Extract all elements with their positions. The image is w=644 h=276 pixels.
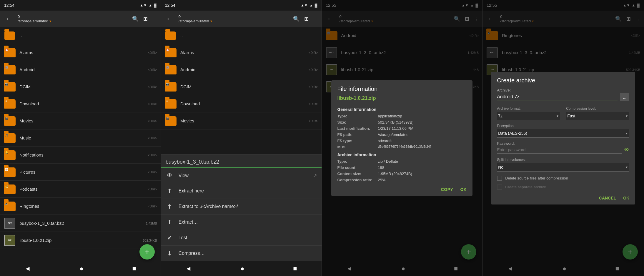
dialog-title-3: File information [331,80,472,95]
dir-tag-music-1: <DIR> [148,136,157,140]
ca-split-select[interactable]: No 100MB 700MB [497,163,629,172]
search-icon-2[interactable]: 🔍 [293,16,299,22]
battery-icon-2: ▓ [315,3,317,7]
dir-tag-download-1: <DIR> [148,102,157,106]
grid-icon-2[interactable]: ⊞ [304,16,309,22]
context-menu-item-compress[interactable]: ⬇ Compress… [161,246,322,261]
status-bar-1: 12:54 ▲▼ ▲ ▓ [0,0,161,11]
extract-here-icon: ⬆ [166,187,174,194]
file-item-alarms-1[interactable]: ⏰ Alarms <DIR> [0,44,161,61]
more-icon-2[interactable]: ⋮ [313,16,319,22]
ca-checkbox-separate-row: Create separate archive [491,183,635,192]
file-item-dcim-1[interactable]: 📷 DCIM <DIR> [0,78,161,95]
file-name-notifications-1: Notifications [19,152,148,157]
ca-ok-button[interactable]: OK [623,196,629,200]
file-name-pictures-1: Pictures [19,169,148,174]
nav-back-1[interactable]: ◄ [24,265,31,272]
toolbar-1: ← 0 /storage/emulated ▾ 🔍 ⊞ ⋮ [0,11,161,27]
ca-password-input[interactable] [497,146,622,154]
more-icon-1[interactable]: ⋮ [152,16,158,22]
ca-input-row: ... [491,93,635,104]
file-meta-busybox-1: 1.42MB [146,222,157,225]
panel-4: 12:55 ▲▼ ▲ ▓ ← 0 /storage/emulated ▾ 🔍 ⊞… [482,0,644,276]
menu-label-extract-here: Extract here [179,188,317,194]
nav-home-1[interactable]: ● [79,265,83,272]
dialog-section-archive: Archive information [331,150,472,158]
file-item-parent-1[interactable]: .. [0,27,161,44]
ca-encryption-select[interactable]: Data (AES-256) None [497,129,629,138]
path-dropdown-arrow-1[interactable]: ▾ [49,19,51,23]
back-button-2[interactable]: ← [164,14,175,24]
path-dropdown-arrow-2[interactable]: ▾ [210,19,212,23]
toolbar-path-1[interactable]: /storage/emulated ▾ [18,19,130,23]
file-item-busybox-1[interactable]: BZ2 busybox-1_3_0.tar.bz2 1.42MB [0,215,161,232]
file-item-parent-2[interactable]: .. [161,27,322,44]
file-name-parent-1: .. [19,33,157,38]
dialog-value-atype: zip / Deflate [378,159,467,164]
context-menu-2: busybox-1_3_0.tar.bz2 👁 View ↗ ⬆ Extract… [161,154,322,261]
dialog-row-contentsize: Content size: 1.95MB (2048274B) [331,171,472,177]
toolbar-path-2[interactable]: /storage/emulated ▾ [179,19,291,23]
grid-icon-1[interactable]: ⊞ [143,16,148,22]
file-item-android-1[interactable]: 🤖 Android <DIR> [0,61,161,78]
context-menu-item-extract[interactable]: ⬆ Extract… [161,215,322,230]
create-archive-backdrop[interactable]: Create archive Archive: ... Archive form… [482,0,644,276]
fab-1[interactable]: + [139,244,155,260]
nav-recent-2[interactable]: ■ [293,265,297,272]
context-menu-item-extract-to[interactable]: ⬆ Extract to ./<Archive name>/ [161,199,322,215]
dialog-row-fspath: FS path: /storage/emulated [331,132,472,138]
search-icon-1[interactable]: 🔍 [132,16,139,22]
ca-browse-button[interactable]: ... [620,93,629,101]
file-item-dcim-2[interactable]: 📷 DCIM <DIR> [161,78,322,95]
dialog-ok-button[interactable]: OK [460,187,467,192]
panel-2: 12:54 ▲▼ ▲ ▓ ← 0 /storage/emulated ▾ 🔍 ⊞… [161,0,322,276]
ca-checkbox-separate[interactable] [497,184,502,190]
context-menu-item-test[interactable]: ✔ Test [161,230,322,246]
file-item-pictures-1[interactable]: 🖼 Pictures <DIR> [0,164,161,181]
test-icon: ✔ [166,234,174,241]
file-item-alarms-2[interactable]: ⏰ Alarms <DIR> [161,44,322,61]
nav-back-2[interactable]: ◄ [185,265,192,272]
ca-checkbox-delete[interactable] [497,176,502,181]
file-item-movies-1[interactable]: 🎬 Movies <DIR> [0,112,161,129]
ca-eye-icon[interactable]: 👁 [624,147,629,153]
file-item-android-2[interactable]: 🤖 Android <DIR> [161,61,322,78]
file-item-music-1[interactable]: 🎵 Music <DIR> [0,129,161,147]
dialog-row-atype: Type: zip / Deflate [331,158,472,164]
ca-archive-name-input[interactable] [497,93,618,101]
menu-label-extract-to: Extract to ./<Archive name>/ [179,204,317,209]
file-item-movies-2[interactable]: 🎬 Movies <DIR> [161,112,322,129]
context-menu-item-extract-here[interactable]: ⬆ Extract here [161,183,322,199]
file-name-alarms-1: Alarms [19,50,148,55]
ca-cancel-button[interactable]: Cancel [599,196,616,200]
signal-icon-1: ▲▼ [140,3,147,7]
file-item-download-1[interactable]: ⬇ Download <DIR> [0,95,161,112]
menu-label-test: Test [179,235,317,240]
dialog-backdrop-3[interactable]: File information libusb-1.0.21.zip Gener… [322,0,482,276]
file-item-libusb-1[interactable]: ZIP libusb-1.0.21.zip 502.34KB [0,232,161,249]
file-meta-libusb-1: 502.34KB [143,239,157,242]
nav-home-2[interactable]: ● [240,265,244,272]
dir-tag-movies-1: <DIR> [148,119,157,123]
ca-format-select[interactable]: 7z zip tar [497,112,560,120]
dialog-copy-button[interactable]: Copy [441,187,453,192]
back-button-1[interactable]: ← [3,14,14,24]
bottom-nav-1: ◄ ● ■ [0,261,161,276]
file-item-notifications-1[interactable]: 🔔 Notifications <DIR> [0,147,161,164]
file-item-download-2[interactable]: ⬇ Download <DIR> [161,95,322,112]
nav-recent-1[interactable]: ■ [132,265,136,272]
dir-tag-podcasts-1: <DIR> [148,187,157,191]
file-item-podcasts-1[interactable]: 📻 Podcasts <DIR> [0,181,161,198]
wifi-icon-1: ▲ [149,3,152,7]
folder-icon-movies-1: 🎬 [4,115,16,127]
ca-compression-select[interactable]: Fast Normal Maximum [566,112,629,120]
dialog-row-fstype: FS type: sdcardfs [331,138,472,144]
dialog-label-md5: MD5: [337,145,375,149]
file-item-ringtones-1[interactable]: 🔉 Ringtones <DIR> [0,198,161,215]
menu-label-view: View [179,173,308,178]
file-name-busybox-1: busybox-1_3_0.tar.bz2 [19,221,146,226]
folder-icon-dcim-1: 📷 [4,81,16,93]
dir-tag-ringtones-1: <DIR> [148,204,157,208]
status-icons-1: ▲▼ ▲ ▓ [140,3,156,7]
context-menu-item-view[interactable]: 👁 View ↗ [161,168,322,183]
